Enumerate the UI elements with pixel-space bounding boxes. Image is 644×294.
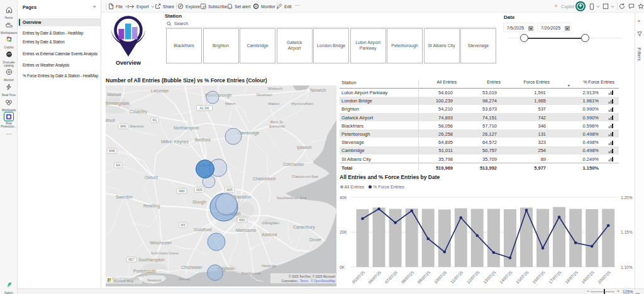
svg-text:Milton Keynes: Milton Keynes bbox=[161, 139, 189, 144]
svg-text:12/07/25: 12/07/25 bbox=[466, 270, 480, 284]
svg-text:Slough: Slough bbox=[192, 200, 206, 205]
svg-text:1.15%: 1.15% bbox=[621, 230, 633, 234]
svg-text:M25: M25 bbox=[226, 188, 233, 192]
svg-text:11/07/25: 11/07/25 bbox=[450, 270, 464, 284]
svg-text:M48: M48 bbox=[109, 149, 115, 153]
svg-text:Basildon: Basildon bbox=[234, 195, 251, 199]
svg-text:Microsoft Bing: Microsoft Bing bbox=[113, 279, 133, 283]
svg-text:09/07/25: 09/07/25 bbox=[417, 270, 431, 284]
svg-text:Maidstone: Maidstone bbox=[236, 228, 256, 232]
svg-text:Edmunds: Edmunds bbox=[269, 124, 285, 128]
svg-text:20/07/25: 20/07/25 bbox=[597, 270, 611, 284]
svg-text:14/07/25: 14/07/25 bbox=[499, 270, 513, 284]
svg-text:06/07/25: 06/07/25 bbox=[367, 270, 382, 284]
svg-text:Solihull: Solihull bbox=[106, 118, 115, 122]
svg-text:M40: M40 bbox=[120, 124, 126, 128]
svg-text:08/07/25: 08/07/25 bbox=[401, 270, 415, 284]
svg-text:1.20%: 1.20% bbox=[621, 195, 633, 200]
svg-text:Portsmouth: Portsmouth bbox=[133, 269, 156, 273]
svg-text:Birmingham: Birmingham bbox=[106, 101, 130, 106]
svg-text:Southampton: Southampton bbox=[138, 258, 165, 263]
svg-text:Newport: Newport bbox=[147, 278, 162, 282]
svg-text:Bury St: Bury St bbox=[270, 120, 283, 124]
svg-text:Reading: Reading bbox=[143, 204, 160, 209]
svg-text:Walsall: Walsall bbox=[107, 92, 121, 97]
svg-text:Hastings: Hastings bbox=[262, 264, 276, 268]
svg-text:Chelmsford: Chelmsford bbox=[253, 177, 275, 181]
svg-text:Coventry: Coventry bbox=[130, 109, 148, 114]
svg-text:Dereham: Dereham bbox=[257, 93, 272, 97]
svg-text:Ipswich: Ipswich bbox=[297, 145, 311, 150]
svg-text:Gillingham: Gillingham bbox=[262, 221, 279, 225]
svg-text:Bedford: Bedford bbox=[195, 138, 211, 142]
svg-text:0K: 0K bbox=[340, 265, 345, 270]
svg-text:1.10%: 1.10% bbox=[621, 265, 633, 270]
svg-text:M4: M4 bbox=[116, 163, 121, 167]
svg-text:M1: M1 bbox=[153, 118, 157, 122]
svg-text:Watton: Watton bbox=[268, 102, 280, 106]
svg-text:M20: M20 bbox=[239, 218, 245, 222]
svg-text:Colchester: Colchester bbox=[283, 162, 304, 166]
svg-text:19/07/25: 19/07/25 bbox=[580, 270, 595, 284]
svg-text:Southend-on-Sea: Southend-on-Sea bbox=[277, 196, 307, 200]
svg-text:15/07/25: 15/07/25 bbox=[515, 270, 530, 284]
svg-text:40K: 40K bbox=[340, 195, 347, 200]
svg-text:March: March bbox=[225, 102, 236, 106]
svg-text:Eastbourne: Eastbourne bbox=[242, 271, 261, 275]
svg-text:M3: M3 bbox=[181, 223, 186, 227]
svg-text:Selsey: Selsey bbox=[179, 277, 190, 281]
svg-text:Chichester: Chichester bbox=[181, 265, 203, 270]
svg-text:© 2025 TomTom, © 2025 Microsof: © 2025 TomTom, © 2025 Microsoft bbox=[289, 275, 336, 278]
svg-text:Wisbech: Wisbech bbox=[268, 87, 282, 90]
svg-text:13/07/25: 13/07/25 bbox=[482, 270, 497, 284]
svg-text:Ashford: Ashford bbox=[262, 232, 277, 237]
svg-text:Winchester: Winchester bbox=[150, 241, 172, 245]
svg-text:16/07/25: 16/07/25 bbox=[531, 270, 546, 284]
svg-text:M27: M27 bbox=[128, 258, 135, 261]
svg-text:Dover: Dover bbox=[309, 237, 321, 242]
svg-text:17/07/25: 17/07/25 bbox=[548, 270, 562, 284]
svg-text:Northampton: Northampton bbox=[174, 126, 199, 131]
svg-text:South Downs Cinema: South Downs Cinema bbox=[151, 252, 179, 255]
svg-text:M40: M40 bbox=[179, 189, 185, 193]
svg-text:Clacton-on-Sea: Clacton-on-Sea bbox=[292, 175, 318, 178]
svg-text:A1 (M): A1 (M) bbox=[200, 106, 209, 110]
svg-text:M25: M25 bbox=[196, 188, 203, 192]
svg-text:Terms: Terms bbox=[300, 280, 309, 283]
svg-text:Corporation,: Corporation, bbox=[282, 280, 298, 283]
svg-text:Warwick: Warwick bbox=[130, 124, 144, 128]
svg-text:Canterbury: Canterbury bbox=[293, 225, 315, 230]
svg-text:05/07/25: 05/07/25 bbox=[351, 270, 365, 284]
svg-text:Norwich: Norwich bbox=[310, 88, 326, 92]
svg-text:© OpenStreetMap: © OpenStreetMap bbox=[311, 279, 335, 283]
svg-text:Swindon: Swindon bbox=[116, 195, 133, 199]
svg-text:07/07/25: 07/07/25 bbox=[384, 270, 398, 284]
svg-text:Wymondham: Wymondham bbox=[291, 102, 313, 106]
svg-text:18/07/25: 18/07/25 bbox=[564, 270, 579, 284]
svg-text:10/07/25: 10/07/25 bbox=[433, 270, 448, 284]
svg-text:20K: 20K bbox=[340, 230, 347, 234]
svg-text:Leicester: Leicester bbox=[151, 89, 169, 93]
svg-text:Guildford: Guildford bbox=[194, 227, 212, 232]
svg-text:Oxford: Oxford bbox=[145, 175, 158, 180]
